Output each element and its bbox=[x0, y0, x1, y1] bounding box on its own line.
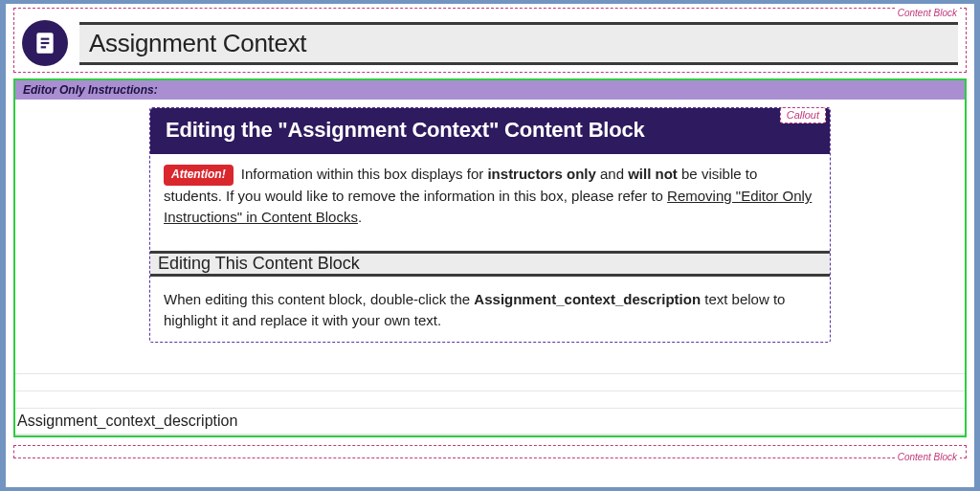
callout-box: Callout Editing the "Assignment Context"… bbox=[149, 107, 831, 343]
sub-body: When editing this content block, double-… bbox=[150, 279, 830, 343]
heading-title-container: Assignment Context bbox=[79, 22, 958, 65]
placeholder-text-row[interactable]: Assignment_context_description bbox=[15, 409, 965, 435]
callout-bold-willnot: will not bbox=[628, 166, 678, 182]
sub-body-pre: When editing this content block, double-… bbox=[164, 291, 474, 307]
content-block-label: Content Block bbox=[895, 452, 960, 463]
document-icon bbox=[22, 20, 68, 66]
page-editor-canvas: Content Block Assignment Context bbox=[6, 4, 974, 487]
callout-body: Attention! Information within this box d… bbox=[150, 154, 830, 239]
editor-instructions-bar: Editor Only Instructions: bbox=[15, 80, 965, 100]
placeholder-text[interactable]: Assignment_context_description bbox=[17, 413, 237, 429]
content-block-label: Content Block bbox=[895, 8, 960, 19]
sub-heading: Editing This Content Block bbox=[150, 251, 830, 277]
content-block-next-peek: Content Block bbox=[13, 445, 967, 458]
callout-label: Callout bbox=[780, 107, 826, 123]
empty-rows-bottom bbox=[15, 435, 965, 435]
selection-outline[interactable]: Editor Only Instructions: Callout Editin… bbox=[13, 78, 967, 437]
empty-row[interactable] bbox=[15, 391, 965, 409]
callout-text-period: . bbox=[358, 209, 362, 225]
callout-title: Editing the "Assignment Context" Content… bbox=[150, 108, 830, 154]
content-block-heading: Content Block Assignment Context bbox=[13, 8, 967, 73]
page-title: Assignment Context bbox=[89, 29, 306, 57]
editor-instructions-body: Callout Editing the "Assignment Context"… bbox=[15, 100, 965, 373]
sub-heading-container: Editing This Content Block bbox=[150, 251, 830, 277]
callout-bold-instructors: instructors only bbox=[487, 166, 595, 182]
empty-row[interactable] bbox=[15, 374, 965, 391]
sub-body-bold: Assignment_context_description bbox=[474, 291, 701, 307]
callout-text-pre: Information within this box displays for bbox=[241, 166, 488, 182]
callout-text-mid: and bbox=[596, 166, 628, 182]
attention-badge: Attention! bbox=[164, 165, 234, 186]
empty-rows bbox=[15, 373, 965, 409]
